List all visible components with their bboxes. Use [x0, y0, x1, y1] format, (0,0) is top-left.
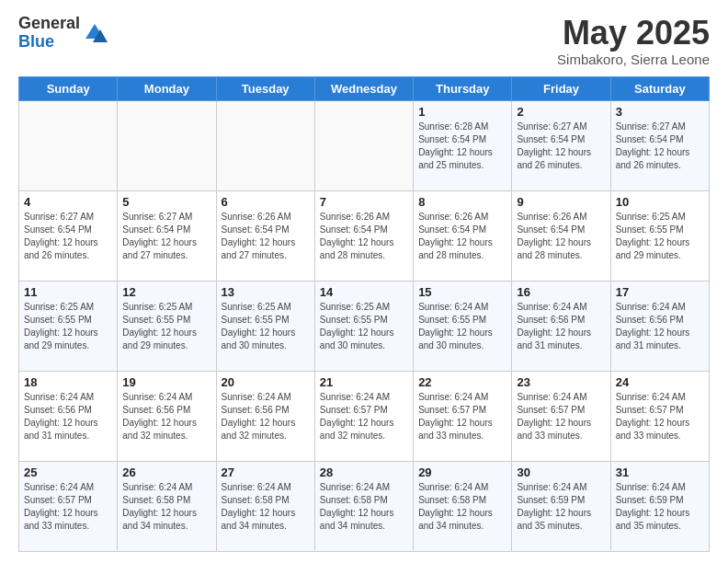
cell-info: Sunrise: 6:26 AM Sunset: 6:54 PM Dayligh…	[222, 211, 310, 262]
day-number: 4	[24, 195, 112, 209]
day-number: 30	[517, 465, 605, 479]
page: General Blue May 2025 Simbakoro, Sierra …	[0, 0, 728, 563]
day-number: 26	[122, 465, 210, 479]
cell-info: Sunrise: 6:28 AM Sunset: 6:54 PM Dayligh…	[418, 121, 506, 172]
day-number: 2	[517, 105, 605, 119]
cell-info: Sunrise: 6:25 AM Sunset: 6:55 PM Dayligh…	[320, 301, 408, 352]
day-number: 22	[418, 375, 506, 389]
month-title: May 2025	[557, 15, 710, 52]
day-number: 5	[122, 195, 210, 209]
cell-info: Sunrise: 6:25 AM Sunset: 6:55 PM Dayligh…	[616, 211, 704, 262]
table-row: 26Sunrise: 6:24 AM Sunset: 6:58 PM Dayli…	[118, 461, 216, 551]
table-row: 9Sunrise: 6:26 AM Sunset: 6:54 PM Daylig…	[512, 190, 610, 281]
day-number: 9	[517, 195, 605, 209]
cell-info: Sunrise: 6:25 AM Sunset: 6:55 PM Dayligh…	[222, 301, 310, 352]
day-number: 13	[222, 285, 310, 299]
table-row: 5Sunrise: 6:27 AM Sunset: 6:54 PM Daylig…	[118, 190, 216, 281]
logo-icon	[82, 20, 108, 46]
day-number: 23	[517, 375, 605, 389]
cell-info: Sunrise: 6:24 AM Sunset: 6:58 PM Dayligh…	[418, 481, 506, 533]
cell-info: Sunrise: 6:24 AM Sunset: 6:58 PM Dayligh…	[122, 481, 210, 533]
calendar-week-4: 25Sunrise: 6:24 AM Sunset: 6:57 PM Dayli…	[19, 461, 710, 551]
table-row: 27Sunrise: 6:24 AM Sunset: 6:58 PM Dayli…	[216, 461, 314, 551]
logo-text: General Blue	[18, 15, 80, 52]
header: General Blue May 2025 Simbakoro, Sierra …	[18, 15, 710, 67]
table-row: 7Sunrise: 6:26 AM Sunset: 6:54 PM Daylig…	[314, 190, 413, 281]
table-row: 29Sunrise: 6:24 AM Sunset: 6:58 PM Dayli…	[414, 461, 512, 551]
table-row: 23Sunrise: 6:24 AM Sunset: 6:57 PM Dayli…	[512, 371, 610, 461]
logo-general: General	[18, 15, 80, 33]
header-wednesday: Wednesday	[314, 76, 413, 100]
cell-info: Sunrise: 6:24 AM Sunset: 6:57 PM Dayligh…	[320, 391, 408, 442]
table-row: 12Sunrise: 6:25 AM Sunset: 6:55 PM Dayli…	[118, 281, 216, 371]
table-row: 3Sunrise: 6:27 AM Sunset: 6:54 PM Daylig…	[610, 100, 709, 190]
table-row: 24Sunrise: 6:24 AM Sunset: 6:57 PM Dayli…	[610, 371, 709, 461]
header-tuesday: Tuesday	[216, 76, 314, 100]
logo: General Blue	[18, 15, 108, 52]
table-row: 13Sunrise: 6:25 AM Sunset: 6:55 PM Dayli…	[216, 281, 314, 371]
calendar-header-row: Sunday Monday Tuesday Wednesday Thursday…	[19, 76, 710, 100]
table-row: 1Sunrise: 6:28 AM Sunset: 6:54 PM Daylig…	[414, 100, 512, 190]
cell-info: Sunrise: 6:24 AM Sunset: 6:59 PM Dayligh…	[517, 481, 605, 533]
table-row: 25Sunrise: 6:24 AM Sunset: 6:57 PM Dayli…	[19, 461, 118, 551]
day-number: 27	[222, 465, 310, 479]
cell-info: Sunrise: 6:24 AM Sunset: 6:58 PM Dayligh…	[320, 481, 408, 533]
cell-info: Sunrise: 6:24 AM Sunset: 6:59 PM Dayligh…	[616, 481, 704, 533]
day-number: 10	[616, 195, 704, 209]
header-saturday: Saturday	[610, 76, 709, 100]
calendar-week-2: 11Sunrise: 6:25 AM Sunset: 6:55 PM Dayli…	[19, 281, 710, 371]
table-row: 15Sunrise: 6:24 AM Sunset: 6:55 PM Dayli…	[414, 281, 512, 371]
cell-info: Sunrise: 6:25 AM Sunset: 6:55 PM Dayligh…	[24, 301, 112, 352]
calendar-week-1: 4Sunrise: 6:27 AM Sunset: 6:54 PM Daylig…	[19, 190, 710, 281]
cell-info: Sunrise: 6:26 AM Sunset: 6:54 PM Dayligh…	[418, 211, 506, 262]
header-sunday: Sunday	[19, 76, 118, 100]
day-number: 18	[24, 375, 112, 389]
table-row: 22Sunrise: 6:24 AM Sunset: 6:57 PM Dayli…	[414, 371, 512, 461]
table-row	[19, 100, 118, 190]
header-monday: Monday	[118, 76, 216, 100]
table-row: 28Sunrise: 6:24 AM Sunset: 6:58 PM Dayli…	[314, 461, 413, 551]
table-row	[216, 100, 314, 190]
table-row	[314, 100, 413, 190]
cell-info: Sunrise: 6:24 AM Sunset: 6:55 PM Dayligh…	[418, 301, 506, 352]
table-row: 19Sunrise: 6:24 AM Sunset: 6:56 PM Dayli…	[118, 371, 216, 461]
cell-info: Sunrise: 6:24 AM Sunset: 6:57 PM Dayligh…	[517, 391, 605, 442]
day-number: 28	[320, 465, 408, 479]
table-row: 11Sunrise: 6:25 AM Sunset: 6:55 PM Dayli…	[19, 281, 118, 371]
table-row: 21Sunrise: 6:24 AM Sunset: 6:57 PM Dayli…	[314, 371, 413, 461]
table-row	[118, 100, 216, 190]
day-number: 17	[616, 285, 704, 299]
cell-info: Sunrise: 6:26 AM Sunset: 6:54 PM Dayligh…	[517, 211, 605, 262]
subtitle: Simbakoro, Sierra Leone	[557, 52, 710, 67]
table-row: 17Sunrise: 6:24 AM Sunset: 6:56 PM Dayli…	[610, 281, 709, 371]
cell-info: Sunrise: 6:25 AM Sunset: 6:55 PM Dayligh…	[122, 301, 210, 352]
cell-info: Sunrise: 6:27 AM Sunset: 6:54 PM Dayligh…	[122, 211, 210, 262]
day-number: 19	[122, 375, 210, 389]
cell-info: Sunrise: 6:24 AM Sunset: 6:57 PM Dayligh…	[418, 391, 506, 442]
logo-blue: Blue	[18, 33, 80, 52]
day-number: 1	[418, 105, 506, 119]
day-number: 16	[517, 285, 605, 299]
day-number: 11	[24, 285, 112, 299]
table-row: 2Sunrise: 6:27 AM Sunset: 6:54 PM Daylig…	[512, 100, 610, 190]
day-number: 12	[122, 285, 210, 299]
table-row: 16Sunrise: 6:24 AM Sunset: 6:56 PM Dayli…	[512, 281, 610, 371]
table-row: 10Sunrise: 6:25 AM Sunset: 6:55 PM Dayli…	[610, 190, 709, 281]
cell-info: Sunrise: 6:24 AM Sunset: 6:56 PM Dayligh…	[122, 391, 210, 442]
day-number: 3	[616, 105, 704, 119]
table-row: 18Sunrise: 6:24 AM Sunset: 6:56 PM Dayli…	[19, 371, 118, 461]
cell-info: Sunrise: 6:26 AM Sunset: 6:54 PM Dayligh…	[320, 211, 408, 262]
cell-info: Sunrise: 6:27 AM Sunset: 6:54 PM Dayligh…	[517, 121, 605, 172]
cell-info: Sunrise: 6:24 AM Sunset: 6:56 PM Dayligh…	[616, 301, 704, 352]
cell-info: Sunrise: 6:27 AM Sunset: 6:54 PM Dayligh…	[24, 211, 112, 262]
cell-info: Sunrise: 6:24 AM Sunset: 6:56 PM Dayligh…	[517, 301, 605, 352]
calendar-week-3: 18Sunrise: 6:24 AM Sunset: 6:56 PM Dayli…	[19, 371, 710, 461]
day-number: 8	[418, 195, 506, 209]
table-row: 4Sunrise: 6:27 AM Sunset: 6:54 PM Daylig…	[19, 190, 118, 281]
day-number: 6	[222, 195, 310, 209]
cell-info: Sunrise: 6:24 AM Sunset: 6:57 PM Dayligh…	[616, 391, 704, 442]
cell-info: Sunrise: 6:27 AM Sunset: 6:54 PM Dayligh…	[616, 121, 704, 172]
cell-info: Sunrise: 6:24 AM Sunset: 6:58 PM Dayligh…	[222, 481, 310, 533]
day-number: 7	[320, 195, 408, 209]
day-number: 15	[418, 285, 506, 299]
